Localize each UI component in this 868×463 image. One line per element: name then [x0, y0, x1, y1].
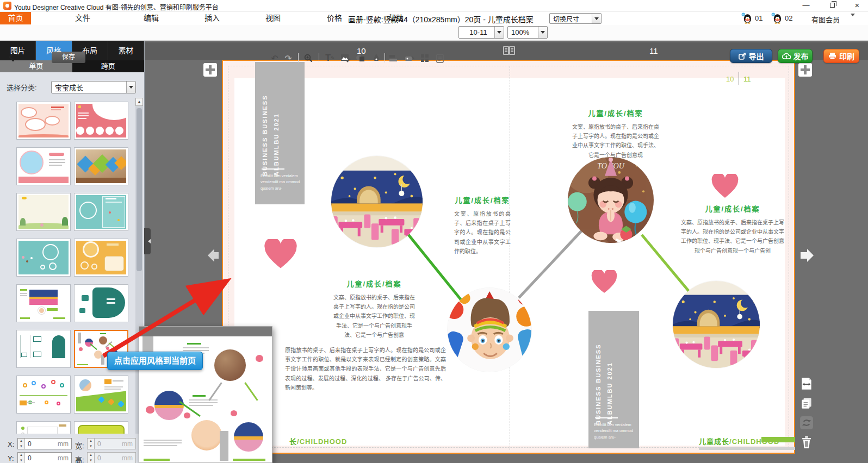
scrollbar-up-icon[interactable]: ▲ [135, 98, 143, 106]
qq-avatar-icon[interactable] [741, 12, 753, 24]
heart-icon[interactable] [591, 270, 617, 294]
photo-classroom-left[interactable] [331, 156, 423, 247]
swap-page-icon[interactable] [799, 416, 814, 430]
page-number-right: 11 [743, 75, 751, 83]
spread-view-icon[interactable] [503, 46, 515, 55]
add-page-left-button[interactable] [203, 63, 217, 77]
thumbnail-decoration [20, 218, 26, 226]
heart-icon[interactable] [711, 174, 739, 199]
style-thumbnail-happy-childhood-clouds[interactable] [16, 102, 71, 140]
height-input[interactable]: ▲▼ 0 mm [87, 452, 136, 463]
next-spread-arrow[interactable] [799, 249, 814, 262]
thumbnail-preview [76, 195, 126, 229]
x-stepper[interactable]: ▲▼ [18, 439, 25, 449]
page-doc-icon[interactable] [434, 52, 446, 64]
prev-spread-arrow[interactable] [204, 249, 219, 262]
thumbnail-decoration [47, 308, 58, 311]
redo-icon[interactable]: ↷ [282, 52, 294, 64]
chevron-down-icon [126, 82, 135, 93]
text-block-left-bottom[interactable]: 原指放书的桌子、后来指在桌子上写字的人。现在指的是公司或企事文字工作的职位、就是… [285, 346, 446, 392]
height-stepper[interactable]: ▲▼ [88, 453, 95, 463]
text-block-right-top[interactable]: 儿童/成长/档案 文案、原指放书的桌子、后来指在桌子上写字的人。现在指的是公司或… [572, 108, 659, 160]
album-spread[interactable]: 10 11 BUSINESS BUSINESS ALBUMLBU 2021 Er… [222, 60, 795, 454]
export-button[interactable]: 导出 [730, 49, 772, 63]
style-thumbnail-green-growth-steps[interactable] [74, 376, 128, 414]
copy-page-icon[interactable] [799, 396, 814, 410]
style-thumbnail-teal-growth-record[interactable] [74, 284, 128, 322]
qq-avatar-icon[interactable] [771, 12, 783, 24]
style-thumbnail-teal-bubble-rings[interactable] [16, 239, 71, 277]
thumbnail-decoration [78, 115, 89, 116]
y-label: Y: [8, 454, 14, 462]
align-tool-icon[interactable] [387, 52, 399, 64]
text-block-left-mid[interactable]: 儿童/成长/档案 文案、原指放书的桌子、后来指在桌子上写字的人。现在指的是公司或… [454, 195, 511, 256]
thumbnail-decoration [57, 402, 60, 405]
style-thumbnail-yellow-rings-card[interactable] [74, 239, 128, 277]
style-thumbnail-books-diamonds[interactable] [74, 147, 128, 185]
delete-page-right-icon[interactable] [799, 435, 814, 449]
add-page-right-button[interactable] [798, 63, 812, 77]
style-thumbnail-teal-chapter-numbers[interactable] [16, 330, 71, 368]
print-button[interactable]: 印刷 [823, 49, 859, 63]
restore-button[interactable] [824, 0, 840, 11]
width-input[interactable]: ▲▼ 0 mm [87, 438, 136, 449]
member-menu[interactable]: 有图会员 [811, 14, 840, 24]
publish-button[interactable]: 发布 [778, 49, 813, 63]
heart-icon[interactable] [264, 239, 297, 270]
menu-item-home[interactable]: 首页 [0, 12, 31, 24]
thumbnail-preview [18, 286, 69, 320]
business-banner-left[interactable]: BUSINESS BUSINESS ALBUMLBU 2021 Erchilit… [255, 62, 305, 204]
photo-classroom-right[interactable] [673, 281, 760, 368]
style-thumbnail-pink-scallop-circles[interactable] [74, 102, 128, 140]
crop-tag-tool-icon[interactable] [404, 52, 416, 64]
sidebar-scrollbar-thumb[interactable] [137, 108, 142, 271]
image-tool-icon[interactable] [339, 52, 351, 64]
photo-painted-boy[interactable] [448, 288, 531, 372]
close-button[interactable]: × [850, 0, 865, 11]
size-switch-dropdown[interactable]: 切换尺寸 [549, 13, 602, 24]
save-button[interactable]: 保存 [52, 52, 85, 63]
sidebar-collapse-handle[interactable] [144, 228, 151, 254]
x-input[interactable]: ▲▼ 0 mm [17, 438, 72, 449]
footer-green-bar [761, 437, 795, 442]
thumbnail-preview [18, 104, 69, 137]
menu-item-price[interactable]: 价格 [324, 12, 345, 24]
text-block-right-side[interactable]: 儿童/成长/档案 文案、原指放书的桌子、后来指在桌子上写字的人。现在指的是公司或… [681, 203, 784, 255]
text-tool-icon[interactable]: T✎ [324, 52, 336, 64]
pen-tool-icon[interactable] [370, 52, 382, 64]
y-input[interactable]: ▲▼ 0 mm [17, 452, 72, 463]
menu-item-edit[interactable]: 编辑 [140, 12, 162, 24]
menu-item-insert[interactable]: 插入 [201, 12, 223, 24]
minimize-button[interactable]: — [798, 0, 814, 11]
thumbnail-decoration [107, 298, 115, 300]
grid-view-icon[interactable] [419, 52, 431, 64]
thumbnail-preview [76, 149, 126, 183]
y-stepper[interactable]: ▲▼ [18, 453, 25, 463]
thumbnail-decoration [92, 104, 126, 120]
tab-pictures[interactable]: 图片 [0, 41, 36, 60]
thumbnail-decoration [49, 262, 57, 270]
page-range-dropdown[interactable]: 10-11 [458, 26, 504, 39]
menu-item-view[interactable]: 视图 [262, 12, 284, 24]
style-thumbnail-garden-meadow[interactable] [16, 193, 71, 231]
text-block-left-center[interactable]: 儿童/成长/档案 文案、原指放书的桌子、后来指在桌子上写字的人。现在指的是公司或… [333, 278, 416, 340]
photo-praying-girl[interactable] [568, 157, 654, 243]
business-banner-right[interactable]: BUSINESS BUSINESS ALBUMLBU 2021 Erchilit… [588, 311, 639, 448]
thumbnail-decoration [49, 153, 64, 156]
undo-icon[interactable]: ↶ [269, 52, 281, 64]
zoom-level-dropdown[interactable]: 100% [507, 26, 548, 39]
style-thumbnail-green-classroom[interactable] [16, 284, 71, 322]
tab-material[interactable]: 素材 [108, 41, 144, 60]
style-thumbnail-timeline-milestones[interactable] [16, 376, 71, 414]
zoom-tool-icon[interactable] [302, 52, 314, 64]
menu-item-file[interactable]: 文件 [72, 12, 94, 24]
style-thumbnail-my-baby-blue[interactable] [16, 147, 71, 185]
style-thumbnail-teal-party-time[interactable] [74, 193, 128, 231]
width-stepper[interactable]: ▲▼ [88, 439, 95, 449]
thumbnail-decoration [96, 127, 104, 135]
shape-tool-icon[interactable] [355, 52, 367, 64]
fit-page-icon[interactable] [799, 377, 814, 391]
position-panel: X: ▲▼ 0 mm 宽: ▲▼ 0 mm Y: ▲▼ 0 mm 高: ▲▼ 0… [0, 434, 145, 463]
category-dropdown[interactable]: 宝宝成长 [51, 81, 136, 93]
thumbnail-decoration [107, 243, 119, 246]
